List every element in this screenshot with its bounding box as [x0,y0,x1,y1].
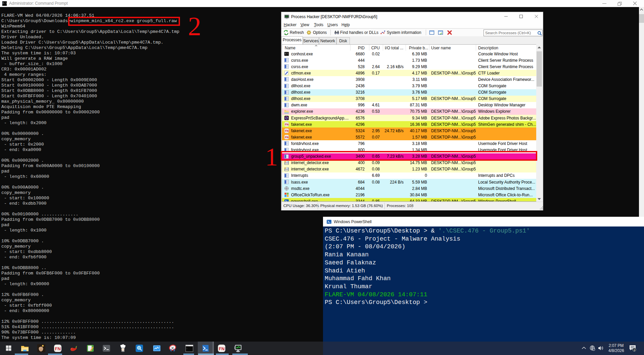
svg-text:C:\_: C:\_ [186,345,189,347]
svg-text:FN: FN [219,346,225,351]
svg-text:FN: FN [55,346,61,351]
svg-text:C:\: C:\ [3,2,7,5]
svg-text:1: 1 [634,348,635,352]
